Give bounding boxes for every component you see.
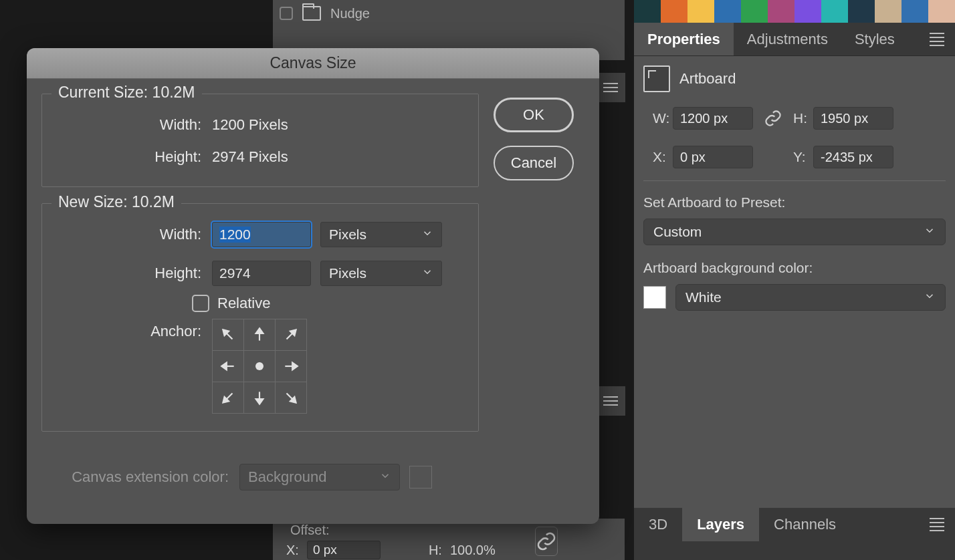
artboard-title: Artboard — [679, 70, 736, 88]
width-input[interactable] — [673, 107, 753, 130]
artboard-icon — [643, 65, 670, 92]
offset-panel: Offset: X: H: 100.0% — [273, 519, 625, 560]
select-value: Pixels — [329, 265, 366, 281]
chevron-down-icon — [924, 289, 936, 305]
extension-color-label: Canvas extension color: — [58, 468, 230, 486]
new-height-input[interactable] — [212, 261, 311, 286]
current-size-fieldset: Current Size: 10.2M Width: 1200 Pixels H… — [41, 94, 479, 187]
panel-menu-icon[interactable] — [919, 518, 955, 531]
offset-label: Offset: — [286, 523, 611, 538]
height-label: H: — [793, 110, 813, 126]
preset-select[interactable]: Custom — [643, 219, 946, 245]
y-label: Y: — [793, 149, 813, 165]
chevron-down-icon — [421, 227, 433, 243]
chevron-down-icon — [421, 265, 433, 281]
chevron-down-icon — [379, 468, 391, 486]
bgcolor-swatch[interactable] — [643, 286, 666, 309]
svg-marker-13 — [256, 399, 263, 404]
anchor-label: Anchor: — [58, 319, 212, 340]
anchor-ne[interactable] — [276, 319, 306, 350]
new-width-units-select[interactable]: Pixels — [320, 222, 442, 247]
panel-menu-icon[interactable] — [919, 33, 955, 46]
new-size-legend: New Size: 10.2M — [51, 193, 181, 211]
thumbnail-strip — [634, 0, 955, 23]
x-input[interactable] — [673, 146, 753, 168]
offset-x-input[interactable] — [307, 541, 381, 559]
properties-tabs: Properties Adjustments Styles — [634, 23, 955, 56]
extension-color-swatch — [409, 466, 432, 488]
y-input[interactable] — [813, 146, 893, 168]
preset-value: Custom — [653, 224, 702, 240]
anchor-e[interactable] — [276, 351, 306, 382]
current-size-legend: Current Size: 10.2M — [51, 84, 202, 102]
bgcolor-label: Artboard background color: — [643, 260, 946, 276]
anchor-grid — [212, 319, 307, 414]
anchor-se[interactable] — [276, 382, 306, 413]
relative-label: Relative — [217, 295, 270, 312]
dialog-title: Canvas Size — [27, 48, 599, 79]
extension-color-value: Background — [248, 468, 326, 486]
new-height-label: Height: — [58, 265, 212, 282]
link-dimensions-icon[interactable] — [753, 109, 793, 128]
bgcolor-select[interactable]: White — [675, 284, 946, 311]
current-height-value: 2974 Pixels — [212, 148, 288, 166]
relative-checkbox[interactable] — [192, 295, 209, 312]
anchor-w[interactable] — [213, 351, 243, 382]
new-height-units-select[interactable]: Pixels — [320, 261, 442, 286]
offset-x-label: X: — [286, 543, 299, 558]
svg-marker-9 — [292, 363, 298, 370]
history-checkbox[interactable] — [280, 7, 293, 20]
svg-marker-7 — [221, 363, 227, 370]
new-size-fieldset: New Size: 10.2M Width: Pixels Height: Pi… — [41, 203, 479, 432]
history-item-nudge[interactable]: Nudge — [273, 0, 625, 27]
ok-button[interactable]: OK — [494, 98, 574, 132]
new-width-input[interactable] — [212, 222, 311, 247]
anchor-n[interactable] — [244, 319, 275, 350]
cancel-button[interactable]: Cancel — [494, 146, 574, 180]
bottom-panel: 3D Layers Channels — [634, 508, 955, 560]
tab-adjustments[interactable]: Adjustments — [734, 23, 841, 55]
tab-layers[interactable]: Layers — [682, 508, 759, 541]
new-width-label: Width: — [58, 226, 212, 243]
current-width-value: 1200 Pixels — [212, 116, 288, 134]
folder-icon — [302, 6, 321, 21]
current-height-label: Height: — [58, 148, 212, 166]
chevron-down-icon — [924, 224, 936, 240]
height-input[interactable] — [813, 107, 893, 130]
tab-properties[interactable]: Properties — [634, 23, 734, 55]
panel-collapse-button[interactable] — [596, 386, 625, 416]
anchor-nw[interactable] — [213, 319, 243, 350]
width-label: W: — [653, 110, 673, 126]
offset-h-value: 100.0% — [450, 543, 496, 558]
canvas-size-dialog: Canvas Size Current Size: 10.2M Width: 1… — [27, 48, 599, 524]
anchor-s[interactable] — [244, 382, 275, 413]
preset-label: Set Artboard to Preset: — [643, 194, 946, 211]
panel-collapse-button[interactable] — [596, 73, 625, 102]
history-item-label: Nudge — [330, 6, 370, 21]
select-value: Pixels — [329, 227, 366, 243]
current-width-label: Width: — [58, 116, 212, 134]
properties-panel: Properties Adjustments Styles Artboard W… — [634, 0, 955, 560]
svg-marker-3 — [256, 328, 263, 333]
x-label: X: — [653, 149, 673, 165]
extension-color-select: Background — [239, 464, 400, 491]
tab-channels[interactable]: Channels — [759, 508, 851, 541]
tab-3d[interactable]: 3D — [634, 508, 682, 541]
tab-styles[interactable]: Styles — [841, 23, 908, 55]
anchor-sw[interactable] — [213, 382, 243, 413]
bgcolor-value: White — [685, 289, 722, 305]
link-icon[interactable] — [535, 527, 558, 556]
offset-h-label: H: — [429, 543, 442, 558]
anchor-center[interactable] — [244, 351, 275, 382]
